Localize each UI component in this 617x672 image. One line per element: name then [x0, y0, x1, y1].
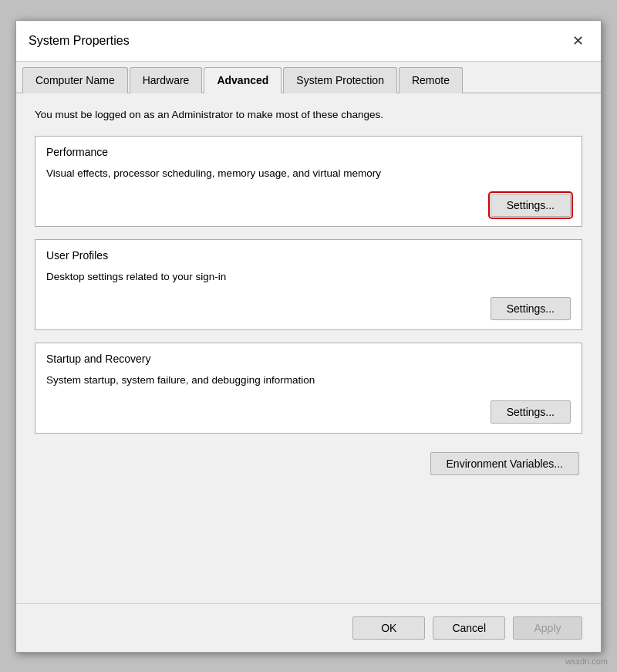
user-profiles-description: Desktop settings related to your sign-in — [46, 269, 571, 285]
performance-section: Performance Visual effects, processor sc… — [35, 136, 582, 227]
close-button[interactable]: ✕ — [567, 30, 588, 52]
user-profiles-section: User Profiles Desktop settings related t… — [35, 239, 582, 330]
admin-notice: You must be logged on as an Administrato… — [35, 109, 582, 120]
user-profiles-button-row: Settings... — [46, 297, 571, 320]
startup-recovery-button-row: Settings... — [46, 400, 571, 424]
env-variables-row: Environment Variables... — [35, 452, 582, 475]
system-properties-dialog: System Properties ✕ Computer Name Hardwa… — [15, 20, 602, 653]
startup-recovery-description: System startup, system failure, and debu… — [46, 373, 571, 388]
ok-button[interactable]: OK — [352, 616, 425, 640]
startup-recovery-section: Startup and Recovery System startup, sys… — [35, 343, 582, 434]
tab-remote[interactable]: Remote — [399, 67, 463, 93]
user-profiles-settings-button[interactable]: Settings... — [491, 297, 571, 320]
title-bar: System Properties ✕ — [16, 21, 601, 62]
cancel-button[interactable]: Cancel — [433, 616, 505, 640]
user-profiles-title: User Profiles — [46, 249, 571, 262]
footer-bar: OK Cancel Apply — [16, 603, 601, 652]
tab-hardware[interactable]: Hardware — [130, 67, 203, 93]
tab-bar: Computer Name Hardware Advanced System P… — [16, 62, 601, 93]
watermark: wsxdn.com — [565, 657, 608, 666]
environment-variables-button[interactable]: Environment Variables... — [430, 452, 579, 475]
tab-computer-name[interactable]: Computer Name — [22, 67, 128, 93]
performance-settings-button[interactable]: Settings... — [491, 194, 571, 217]
window-title: System Properties — [29, 34, 130, 48]
tab-system-protection[interactable]: System Protection — [283, 67, 397, 93]
performance-description: Visual effects, processor scheduling, me… — [46, 166, 571, 181]
startup-recovery-title: Startup and Recovery — [46, 353, 571, 365]
tab-advanced[interactable]: Advanced — [204, 67, 282, 93]
performance-title: Performance — [46, 146, 571, 158]
apply-button: Apply — [513, 616, 582, 640]
content-area: You must be logged on as an Administrato… — [16, 93, 601, 603]
performance-button-row: Settings... — [46, 194, 571, 217]
startup-recovery-settings-button[interactable]: Settings... — [491, 400, 571, 424]
